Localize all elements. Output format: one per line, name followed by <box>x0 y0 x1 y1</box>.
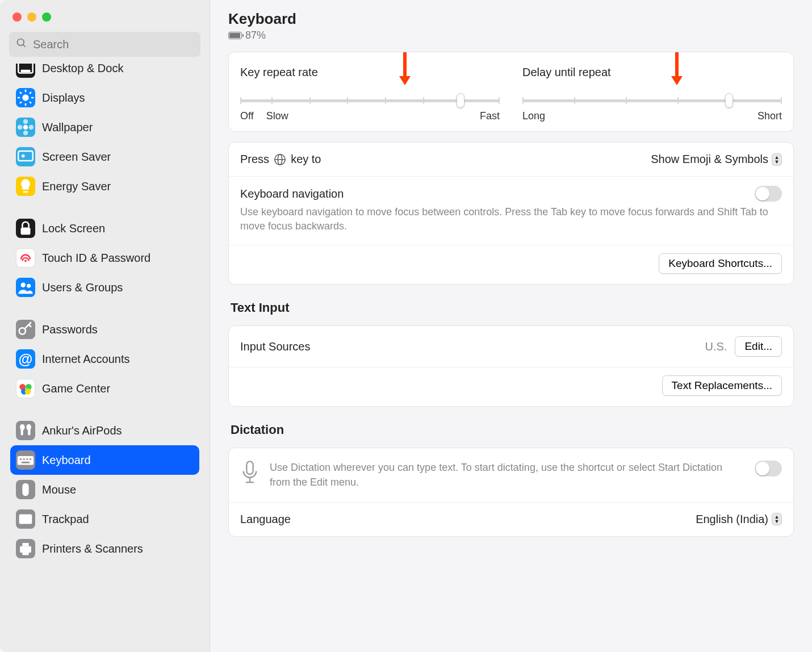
close-window-button[interactable] <box>12 12 22 22</box>
sidebar-item-printers-scanners[interactable]: Printers & Scanners <box>10 534 199 563</box>
svg-rect-36 <box>28 429 30 435</box>
svg-marker-49 <box>399 76 411 85</box>
svg-point-13 <box>23 125 28 130</box>
sidebar-item-label: Lock Screen <box>42 222 105 235</box>
search-field[interactable] <box>9 32 200 57</box>
svg-rect-55 <box>246 462 253 475</box>
svg-point-32 <box>25 388 31 395</box>
svg-line-9 <box>20 92 22 94</box>
input-sources-value: U.S. <box>705 340 727 353</box>
delay-repeat-thumb[interactable] <box>725 93 733 108</box>
keyboard-nav-row: Keyboard navigation Use keyboard navigat… <box>229 176 793 245</box>
at-icon: @ <box>16 349 35 369</box>
search-input[interactable] <box>33 38 194 51</box>
touchid-icon <box>16 248 35 268</box>
arrow-annotation-icon <box>668 51 685 85</box>
screensaver-icon <box>16 147 35 166</box>
keyboard-nav-label: Keyboard navigation <box>240 187 344 200</box>
dictation-language-select[interactable]: English (India) ▲▼ <box>696 513 782 526</box>
sidebar-item-lock-screen[interactable]: Lock Screen <box>10 214 199 243</box>
battery-status: 87% <box>228 30 794 41</box>
page-header: Keyboard 87% <box>228 10 794 41</box>
svg-rect-46 <box>22 543 28 546</box>
sidebar-item-desktop-dock[interactable]: Desktop & Dock <box>10 64 199 83</box>
gamecenter-icon <box>16 379 35 398</box>
sidebar-item-ankur-s-airpods[interactable]: Ankur's AirPods <box>10 416 199 445</box>
svg-line-12 <box>30 92 31 94</box>
zoom-window-button[interactable] <box>42 12 51 22</box>
dictation-language-row: Language English (India) ▲▼ <box>229 502 793 536</box>
sidebar-item-touch-id-password[interactable]: Touch ID & Password <box>10 243 199 273</box>
edit-input-sources-button[interactable]: Edit... <box>735 336 782 357</box>
sidebar-item-label: Mouse <box>42 483 76 496</box>
keyboard-nav-desc: Use keyboard navigation to move focus be… <box>240 205 782 233</box>
svg-rect-3 <box>21 70 31 72</box>
text-replacements-button[interactable]: Text Replacements... <box>662 375 782 396</box>
sun-icon <box>16 88 35 107</box>
sidebar-item-energy-saver[interactable]: Energy Saver <box>10 172 199 201</box>
key-repeat-section: Key repeat rate OffSlow Fast <box>229 52 511 131</box>
svg-line-11 <box>20 102 22 103</box>
dictation-toggle[interactable] <box>755 461 782 477</box>
input-sources-row: Input Sources U.S. Edit... <box>229 326 793 367</box>
trackpad-icon <box>16 509 35 529</box>
globe-key-select[interactable]: Show Emoji & Symbols ▲▼ <box>651 153 782 166</box>
search-icon <box>16 37 27 51</box>
printer-icon <box>16 539 35 558</box>
svg-rect-41 <box>30 458 31 460</box>
keyboard-nav-toggle[interactable] <box>755 186 782 202</box>
sidebar: Desktop & DockDisplaysWallpaperScreen Sa… <box>0 0 210 652</box>
svg-point-19 <box>22 154 25 158</box>
delay-repeat-section: Delay until repeat Long Short <box>511 52 793 131</box>
sidebar-item-game-center[interactable]: Game Center <box>10 374 199 403</box>
sidebar-item-label: Touch ID & Password <box>42 252 150 265</box>
mouse-icon <box>16 480 35 499</box>
sidebar-item-mouse[interactable]: Mouse <box>10 475 199 504</box>
dictation-card: Use Dictation wherever you can type text… <box>228 448 794 536</box>
svg-rect-20 <box>23 191 28 193</box>
sidebar-item-label: Passwords <box>42 323 98 336</box>
key-icon <box>16 320 35 339</box>
sidebar-item-label: Trackpad <box>42 513 89 526</box>
battery-icon <box>228 32 242 39</box>
sidebar-item-label: Keyboard <box>42 454 91 467</box>
svg-text:@: @ <box>19 351 33 367</box>
svg-point-23 <box>21 283 26 288</box>
sidebar-item-label: Printers & Scanners <box>42 542 143 555</box>
svg-rect-34 <box>21 429 23 435</box>
dock-icon <box>16 64 35 78</box>
page-title: Keyboard <box>228 10 794 28</box>
updown-icon: ▲▼ <box>772 153 782 166</box>
sidebar-item-screen-saver[interactable]: Screen Saver <box>10 142 199 172</box>
sidebar-item-users-groups[interactable]: Users & Groups <box>10 273 199 302</box>
key-repeat-label: Key repeat rate <box>240 66 500 79</box>
sidebar-item-label: Energy Saver <box>42 180 111 193</box>
svg-rect-38 <box>20 458 22 460</box>
sidebar-item-trackpad[interactable]: Trackpad <box>10 504 199 534</box>
sidebar-item-wallpaper[interactable]: Wallpaper <box>10 112 199 142</box>
key-repeat-slider[interactable] <box>240 99 500 102</box>
keyboard-shortcuts-button[interactable]: Keyboard Shortcuts... <box>659 253 782 274</box>
bulb-icon <box>16 177 35 196</box>
svg-line-27 <box>29 325 31 327</box>
airpods-icon <box>16 421 35 440</box>
battery-percent: 87% <box>245 30 266 41</box>
svg-rect-44 <box>19 515 32 524</box>
main-content: Keyboard 87% Key repeat rate <box>210 0 812 652</box>
sidebar-item-keyboard[interactable]: Keyboard <box>10 445 199 475</box>
delay-repeat-slider[interactable] <box>522 99 782 102</box>
svg-point-16 <box>18 125 22 130</box>
svg-point-4 <box>22 94 28 101</box>
sidebar-item-displays[interactable]: Displays <box>10 83 199 112</box>
sidebar-item-internet-accounts[interactable]: @Internet Accounts <box>10 344 199 374</box>
svg-point-14 <box>23 119 28 124</box>
sliders-card: Key repeat rate OffSlow Fast Delay unt <box>228 52 794 132</box>
key-repeat-thumb[interactable] <box>457 93 464 108</box>
minimize-window-button[interactable] <box>27 12 36 22</box>
sidebar-item-passwords[interactable]: Passwords <box>10 315 199 344</box>
users-icon <box>16 278 35 297</box>
keyboard-icon <box>16 450 35 470</box>
window-controls <box>0 0 210 22</box>
sidebar-item-label: Users & Groups <box>42 281 123 294</box>
svg-marker-51 <box>671 76 683 85</box>
